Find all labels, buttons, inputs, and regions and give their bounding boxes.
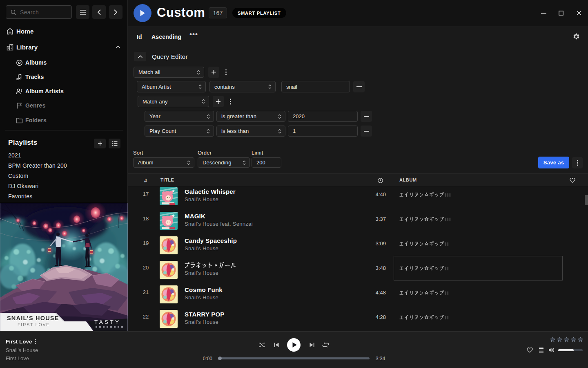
svg-text:FIRST LOVE: FIRST LOVE	[18, 322, 50, 327]
svg-text:SNAIL’S HOUSE: SNAIL’S HOUSE	[7, 315, 59, 321]
svg-text:TASTY: TASTY	[94, 319, 121, 325]
